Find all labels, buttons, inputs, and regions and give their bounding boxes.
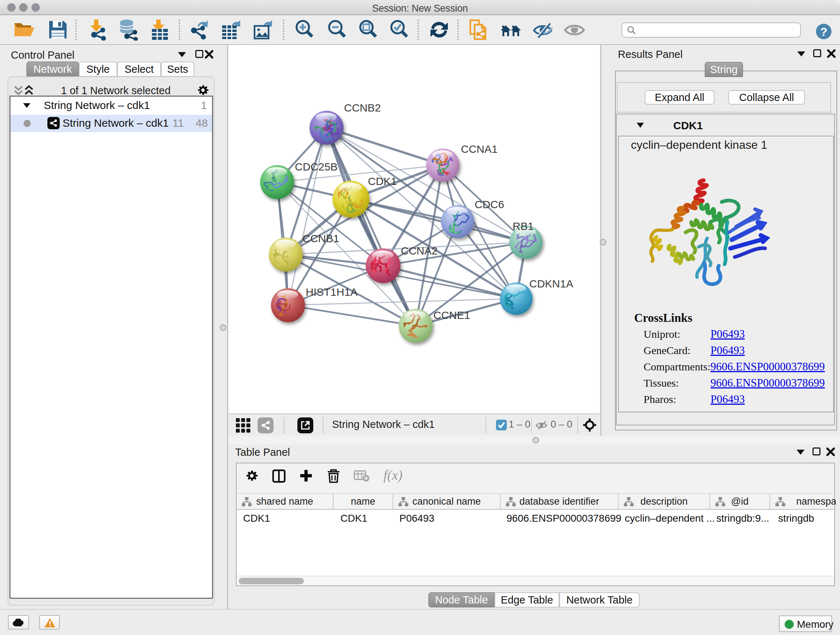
svg-text:CDKN1A: CDKN1A [529, 278, 573, 290]
svg-text:RB1: RB1 [513, 220, 534, 232]
svg-text:CCNA2: CCNA2 [401, 245, 438, 257]
svg-text:CDC25B: CDC25B [295, 161, 338, 173]
svg-text:CCNE1: CCNE1 [433, 309, 470, 321]
svg-text:CDK1: CDK1 [368, 175, 397, 187]
svg-text:CCNA1: CCNA1 [461, 143, 498, 155]
svg-text:CCNB1: CCNB1 [302, 233, 339, 244]
svg-text:CCNB2: CCNB2 [344, 102, 381, 114]
svg-text:HIST1H1A: HIST1H1A [306, 286, 357, 298]
svg-text:CDC6: CDC6 [475, 198, 504, 211]
svg-text:?: ? [820, 25, 827, 38]
